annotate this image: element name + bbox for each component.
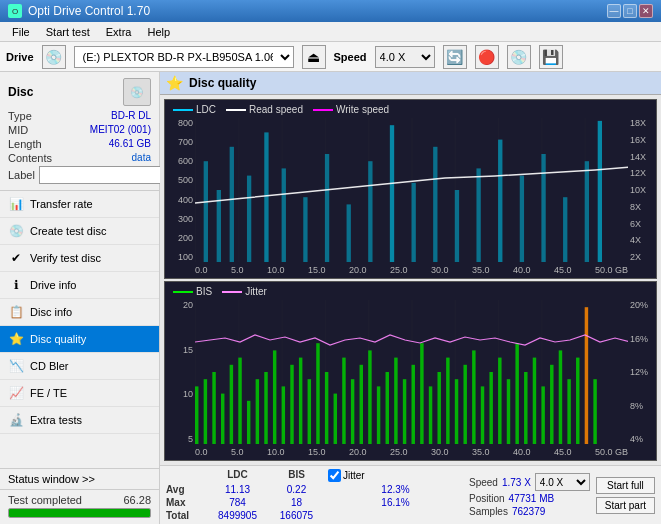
chart1-x-axis: 0.0 5.0 10.0 15.0 20.0 25.0 30.0 35.0 40… bbox=[195, 262, 628, 278]
menu-extra[interactable]: Extra bbox=[98, 24, 140, 40]
legend-readspeed-color bbox=[226, 109, 246, 111]
chart1-y-right: 18X 16X 14X 12X 10X 8X 6X 4X 2X bbox=[628, 118, 656, 262]
refresh-icon-btn[interactable]: 🔄 bbox=[443, 45, 467, 69]
nav-fe-te[interactable]: 📈 FE / TE bbox=[0, 380, 159, 407]
jitter-check: Jitter bbox=[328, 469, 463, 482]
drive-icon-btn[interactable]: 💿 bbox=[42, 45, 66, 69]
legend-ldc-color bbox=[173, 109, 193, 111]
nav-verify-test-disc-label: Verify test disc bbox=[30, 252, 101, 264]
eject-btn[interactable]: ⏏ bbox=[302, 45, 326, 69]
svg-rect-14 bbox=[455, 190, 459, 262]
svg-rect-56 bbox=[481, 386, 484, 444]
drive-select[interactable]: (E:) PLEXTOR BD-R PX-LB950SA 1.06 bbox=[74, 46, 294, 68]
svg-rect-24 bbox=[204, 379, 207, 444]
disc-info-icon: 📋 bbox=[8, 304, 24, 320]
svg-rect-20 bbox=[585, 161, 589, 262]
fe-te-icon: 📈 bbox=[8, 385, 24, 401]
stats-grid: LDC BIS Jitter Avg 11.13 0.22 12.3% Max … bbox=[166, 469, 463, 521]
svg-rect-23 bbox=[195, 386, 198, 444]
nav-disc-info[interactable]: 📋 Disc info bbox=[0, 299, 159, 326]
disc-icon-btn[interactable]: 💿 bbox=[507, 45, 531, 69]
svg-rect-44 bbox=[377, 386, 380, 444]
menu-start-test[interactable]: Start test bbox=[38, 24, 98, 40]
nav-create-test-disc-label: Create test disc bbox=[30, 225, 106, 237]
menu-help[interactable]: Help bbox=[139, 24, 178, 40]
svg-rect-34 bbox=[290, 365, 293, 444]
svg-rect-11 bbox=[390, 125, 394, 262]
minimize-btn[interactable]: — bbox=[607, 4, 621, 18]
svg-rect-4 bbox=[247, 176, 251, 262]
start-full-btn[interactable]: Start full bbox=[596, 477, 655, 494]
stats-avg-ldc: 11.13 bbox=[210, 484, 265, 495]
svg-rect-36 bbox=[308, 379, 311, 444]
menu-file[interactable]: File bbox=[4, 24, 38, 40]
chart1-svg bbox=[195, 118, 628, 262]
window-controls[interactable]: — □ ✕ bbox=[607, 4, 653, 18]
maximize-btn[interactable]: □ bbox=[623, 4, 637, 18]
svg-rect-43 bbox=[368, 350, 371, 444]
stats-row: LDC BIS Jitter Avg 11.13 0.22 12.3% Max … bbox=[166, 469, 655, 521]
nav-verify-test-disc[interactable]: ✔ Verify test disc bbox=[0, 245, 159, 272]
stats-avg-bis: 0.22 bbox=[269, 484, 324, 495]
svg-rect-47 bbox=[403, 379, 406, 444]
stats-max-bis: 18 bbox=[269, 497, 324, 508]
svg-rect-52 bbox=[446, 358, 449, 444]
svg-rect-8 bbox=[325, 154, 329, 262]
speed-select[interactable]: 4.0 X bbox=[375, 46, 435, 68]
chart2-y-left: 20 15 10 5 bbox=[165, 300, 195, 444]
speed-stat-value: 1.73 X bbox=[502, 477, 531, 488]
nav-fe-te-label: FE / TE bbox=[30, 387, 67, 399]
status-area: Test completed 66.28 bbox=[0, 490, 159, 524]
nav-extra-tests[interactable]: 🔬 Extra tests bbox=[0, 407, 159, 434]
start-part-btn[interactable]: Start part bbox=[596, 497, 655, 514]
close-btn[interactable]: ✕ bbox=[639, 4, 653, 18]
nav-disc-quality[interactable]: ⭐ Disc quality bbox=[0, 326, 159, 353]
position-row: Position 47731 MB bbox=[469, 493, 590, 504]
svg-rect-41 bbox=[351, 379, 354, 444]
speed-stat-select[interactable]: 4.0 X bbox=[535, 473, 590, 491]
create-test-disc-icon: 💿 bbox=[8, 223, 24, 239]
save-icon-btn[interactable]: 💾 bbox=[539, 45, 563, 69]
disc-label-input[interactable] bbox=[39, 166, 172, 184]
jitter-checkbox[interactable] bbox=[328, 469, 341, 482]
status-window-btn[interactable]: Status window >> bbox=[0, 468, 159, 490]
svg-rect-13 bbox=[433, 147, 437, 262]
nav-create-test-disc[interactable]: 💿 Create test disc bbox=[0, 218, 159, 245]
speed-label: Speed bbox=[334, 51, 367, 63]
content-header: ⭐ Disc quality bbox=[160, 72, 661, 95]
svg-rect-57 bbox=[489, 372, 492, 444]
stats-header-ldc: LDC bbox=[210, 469, 265, 482]
svg-rect-38 bbox=[325, 372, 328, 444]
legend-bis-label: BIS bbox=[196, 286, 212, 297]
svg-rect-28 bbox=[238, 358, 241, 444]
jitter-label: Jitter bbox=[343, 470, 365, 481]
samples-row: Samples 762379 bbox=[469, 506, 590, 517]
position-label: Position bbox=[469, 493, 505, 504]
chart2-svg bbox=[195, 300, 628, 444]
svg-rect-40 bbox=[342, 358, 345, 444]
speed-row: Speed 1.73 X 4.0 X bbox=[469, 473, 590, 491]
verify-test-disc-icon: ✔ bbox=[8, 250, 24, 266]
legend-readspeed: Read speed bbox=[226, 104, 303, 115]
nav-transfer-rate[interactable]: 📊 Transfer rate bbox=[0, 191, 159, 218]
chart2-legend: BIS Jitter bbox=[173, 286, 267, 297]
svg-rect-53 bbox=[455, 379, 458, 444]
svg-rect-59 bbox=[507, 379, 510, 444]
svg-rect-35 bbox=[299, 358, 302, 444]
speed-stat-label: Speed bbox=[469, 477, 498, 488]
legend-readspeed-label: Read speed bbox=[249, 104, 303, 115]
svg-rect-3 bbox=[230, 147, 234, 262]
nav-drive-info[interactable]: ℹ Drive info bbox=[0, 272, 159, 299]
disc-label-row: Label 🔍 bbox=[8, 166, 151, 184]
app-icon: O bbox=[8, 4, 22, 18]
content-header-icon: ⭐ bbox=[166, 75, 183, 91]
settings-icon-btn[interactable]: 🔴 bbox=[475, 45, 499, 69]
legend-writespeed-color bbox=[313, 109, 333, 111]
stats-header-bis: BIS bbox=[269, 469, 324, 482]
nav-cd-bler[interactable]: 📉 CD Bler bbox=[0, 353, 159, 380]
svg-rect-54 bbox=[463, 365, 466, 444]
stats-panel: LDC BIS Jitter Avg 11.13 0.22 12.3% Max … bbox=[160, 465, 661, 524]
nav-disc-quality-label: Disc quality bbox=[30, 333, 86, 345]
svg-rect-63 bbox=[541, 386, 544, 444]
disc-type-row: Type BD-R DL bbox=[8, 110, 151, 122]
